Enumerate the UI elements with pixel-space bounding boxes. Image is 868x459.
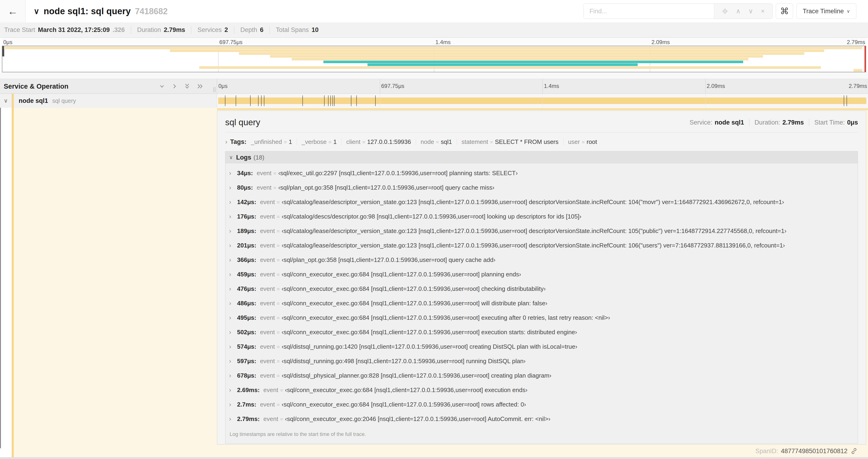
log-timestamp: 189μs: bbox=[237, 227, 256, 235]
prev-result-icon[interactable]: ∧ bbox=[736, 8, 741, 14]
log-entry-row[interactable]: › 495μs: event = ‹sql/conn_executor_exec… bbox=[229, 314, 853, 329]
tag-item[interactable]: statement = SELECT * FROM users bbox=[452, 138, 559, 145]
chevron-right-icon[interactable]: › bbox=[229, 358, 237, 365]
selected-row-highlight bbox=[14, 108, 217, 459]
clear-find-icon[interactable]: × bbox=[761, 8, 765, 14]
chevron-right-icon[interactable]: › bbox=[229, 387, 237, 394]
log-entry-row[interactable]: › 476μs: event = ‹sql/conn_executor_exec… bbox=[229, 285, 853, 300]
chevron-right-icon[interactable]: › bbox=[229, 343, 237, 350]
trace-minimap[interactable] bbox=[2, 46, 866, 72]
chevron-right-icon[interactable]: › bbox=[225, 138, 227, 145]
span-duration-bar[interactable] bbox=[218, 97, 866, 104]
log-equals: = bbox=[275, 199, 282, 205]
tag-item[interactable]: _verbose = 1 bbox=[292, 138, 337, 145]
log-entry-row[interactable]: › 80μs: event = ‹sql/plan_opt.go:358 [ns… bbox=[229, 184, 853, 198]
log-entry-row[interactable]: › 597μs: event = ‹sql/distsql_running.go… bbox=[229, 358, 853, 372]
log-entry-row[interactable]: › 34μs: event = ‹sql/exec_util.go:2297 [… bbox=[229, 170, 853, 184]
span-row-node-sql1[interactable]: ∨ node sql1 sql query bbox=[0, 94, 868, 108]
expand-all-icon[interactable] bbox=[197, 83, 204, 90]
log-entry-row[interactable]: › 2.69ms: event = ‹sql/conn_executor_exe… bbox=[229, 387, 853, 401]
log-marker-tick bbox=[844, 95, 844, 106]
view-selector-button[interactable]: Trace Timeline ∨ bbox=[796, 3, 856, 19]
grid-line bbox=[542, 79, 543, 94]
deep-link-icon[interactable] bbox=[850, 447, 858, 455]
next-span-bar-partial bbox=[217, 108, 868, 110]
log-marker-tick bbox=[351, 95, 351, 106]
chevron-right-icon[interactable]: › bbox=[229, 198, 237, 206]
log-entry-row[interactable]: › 2.7ms: event = ‹sql/conn_executor_exec… bbox=[229, 401, 853, 415]
chevron-right-icon[interactable]: › bbox=[229, 401, 237, 408]
chevron-right-icon[interactable]: › bbox=[229, 242, 237, 249]
vertical-scroll-indicator[interactable] bbox=[0, 108, 1, 448]
back-button[interactable]: ← bbox=[0, 0, 26, 22]
chevron-right-icon[interactable]: › bbox=[229, 184, 237, 191]
log-timestamp: 80μs: bbox=[237, 184, 253, 191]
log-entry-row[interactable]: › 502μs: event = ‹sql/conn_executor_exec… bbox=[229, 329, 853, 343]
log-timestamp: 142μs: bbox=[237, 198, 256, 206]
log-entry-row[interactable]: › 2.79ms: event = ‹sql/conn_executor_exe… bbox=[229, 415, 853, 430]
chevron-right-icon[interactable]: › bbox=[229, 170, 237, 177]
chevron-down-icon[interactable]: ∨ bbox=[4, 97, 12, 104]
log-entry-row[interactable]: › 201μs: event = ‹sql/catalog/lease/desc… bbox=[229, 242, 853, 256]
log-entry-row[interactable]: › 574μs: event = ‹sql/distsql_running.go… bbox=[229, 343, 853, 358]
trace-stats-bar: Trace Start March 31 2022, 17:25:09.326 … bbox=[0, 22, 868, 38]
trace-title: node sql1: sql query bbox=[43, 6, 131, 16]
span-row-bar-cell[interactable] bbox=[217, 94, 868, 108]
horizontal-scrollbar[interactable] bbox=[0, 457, 868, 459]
minimap-right-scrubber[interactable] bbox=[865, 46, 866, 72]
chevron-right-icon[interactable]: › bbox=[229, 285, 237, 292]
log-entry-row[interactable]: › 142μs: event = ‹sql/catalog/lease/desc… bbox=[229, 198, 853, 213]
log-equals: = bbox=[275, 330, 282, 336]
stat-label: Services bbox=[197, 26, 222, 34]
tag-item[interactable]: node = sql1 bbox=[411, 138, 452, 145]
minimap-span-bar bbox=[270, 55, 763, 58]
find-input[interactable] bbox=[584, 4, 714, 19]
log-entry-row[interactable]: › 366μs: event = ‹sql/plan_opt.go:358 [n… bbox=[229, 256, 853, 271]
log-entry-row[interactable]: › 459μs: event = ‹sql/conn_executor_exec… bbox=[229, 271, 853, 285]
log-marker-tick bbox=[261, 95, 261, 106]
stat-value: 2 bbox=[224, 26, 228, 34]
keyboard-shortcuts-button[interactable]: ⌘ bbox=[776, 3, 793, 19]
collapse-trace-icon[interactable]: ∨ bbox=[34, 6, 39, 16]
tag-item[interactable]: _unfinished = 1 bbox=[246, 138, 292, 145]
chevron-right-icon[interactable]: › bbox=[229, 314, 237, 321]
log-entry-row[interactable]: › 486μs: event = ‹sql/conn_executor_exec… bbox=[229, 300, 853, 314]
chevron-right-icon[interactable]: › bbox=[229, 300, 237, 307]
duration-label: Duration: bbox=[754, 119, 780, 126]
tag-item[interactable]: client = 127.0.0.1:59936 bbox=[337, 138, 411, 145]
span-operation-name: sql query bbox=[52, 97, 76, 104]
chevron-right-icon[interactable]: › bbox=[229, 271, 237, 278]
log-entry-row[interactable]: › 678μs: event = ‹sql/distsql_physical_p… bbox=[229, 372, 853, 387]
chevron-right-icon[interactable]: › bbox=[229, 329, 237, 336]
span-overview-meta: Service: node sql1 Duration: 2.79ms Star… bbox=[689, 119, 858, 126]
log-field-key: event bbox=[260, 227, 275, 235]
divider bbox=[416, 138, 416, 145]
log-message: ‹sql/distsql_running.go:498 [nsql1,clien… bbox=[282, 358, 525, 365]
logs-block: ∨ Logs (18) › 34μs: event = ‹sql/exec_ut… bbox=[225, 151, 858, 444]
span-row-name-cell[interactable]: ∨ node sql1 sql query bbox=[0, 94, 217, 108]
log-message: ‹sql/catalog/lease/descriptor_version_st… bbox=[282, 198, 784, 206]
logs-header[interactable]: ∨ Logs (18) bbox=[225, 151, 858, 163]
stat-label: Depth bbox=[240, 26, 257, 34]
log-entry-row[interactable]: › 189μs: event = ‹sql/catalog/lease/desc… bbox=[229, 227, 853, 242]
chevron-right-icon[interactable]: › bbox=[229, 213, 237, 220]
match-target-icon[interactable] bbox=[722, 8, 728, 14]
column-resizer[interactable] bbox=[214, 87, 215, 92]
collapse-all-icon[interactable] bbox=[184, 83, 191, 90]
chevron-right-icon[interactable]: › bbox=[229, 227, 237, 235]
log-field-key: event bbox=[260, 300, 275, 307]
tags-row[interactable]: › Tags: _unfinished = 1 _verbose = 1 cli… bbox=[225, 137, 858, 147]
chevron-right-icon[interactable]: › bbox=[229, 256, 237, 264]
tag-item[interactable]: user = root bbox=[559, 138, 597, 145]
minimap-span-bar bbox=[368, 63, 638, 66]
log-field-key: event bbox=[260, 271, 275, 278]
chevron-right-icon[interactable]: › bbox=[229, 372, 237, 379]
next-result-icon[interactable]: ∨ bbox=[748, 8, 753, 14]
log-field-key: event bbox=[260, 285, 275, 292]
span-service-name: node sql1 bbox=[19, 97, 48, 104]
collapse-one-icon[interactable] bbox=[158, 83, 165, 89]
log-entry-row[interactable]: › 176μs: event = ‹sql/catalog/descs/desc… bbox=[229, 213, 853, 227]
log-field-key: event bbox=[260, 401, 275, 408]
expand-one-icon[interactable] bbox=[172, 83, 178, 89]
chevron-right-icon[interactable]: › bbox=[229, 415, 237, 423]
